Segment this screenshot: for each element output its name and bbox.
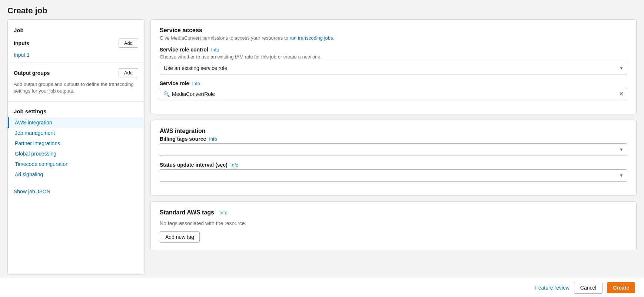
standard-aws-tags-info-link[interactable]: Info	[219, 210, 228, 216]
standard-aws-tags-label: Standard AWS tags Info	[160, 209, 627, 216]
service-role-info-link[interactable]: Info	[192, 81, 200, 86]
sidebar-job-section: Job	[8, 26, 144, 36]
sidebar-input1-link[interactable]: Input 1	[8, 50, 144, 60]
service-role-control-sublabel: Choose whether to use an existing IAM ro…	[160, 54, 627, 60]
sidebar-output-groups-label: Output groups	[14, 70, 50, 76]
feature-review-link[interactable]: Feature review	[535, 285, 570, 291]
status-update-interval-label: Status update interval (sec) Info	[160, 162, 627, 168]
service-role-label: Service role Info	[160, 80, 627, 86]
add-new-tag-button[interactable]: Add new tag	[160, 231, 200, 243]
no-tags-text: No tags associated with the resource.	[160, 220, 627, 226]
sidebar-divider-2	[8, 101, 144, 101]
service-access-description: Give MediaConvert permissions to access …	[160, 35, 627, 41]
aws-integration-card: AWS integration Billing tags source Info…	[150, 120, 637, 196]
sidebar-item-aws-integration[interactable]: AWS integration	[8, 117, 144, 128]
sidebar-item-partner-integrations[interactable]: Partner integrations	[8, 138, 144, 148]
service-role-input-wrapper: 🔍 ✕	[160, 88, 627, 100]
status-update-interval-group: Status update interval (sec) Info 10 12 …	[160, 162, 627, 182]
footer: Feature review Cancel Create	[0, 278, 644, 297]
billing-tags-source-info-link[interactable]: Info	[209, 136, 217, 142]
sidebar-inputs-row: Inputs Add	[8, 36, 144, 50]
create-button[interactable]: Create	[607, 282, 635, 293]
add-input-button[interactable]: Add	[119, 39, 138, 48]
billing-tags-source-select[interactable]: JOB PRESET QUEUE JOB_TEMPLATE	[160, 143, 627, 156]
page-title: Create job	[0, 0, 644, 19]
sidebar-job-settings-title: Job settings	[8, 104, 144, 117]
service-role-control-group: Service role control Info Choose whether…	[160, 47, 627, 74]
sidebar-item-ad-signaling[interactable]: Ad signaling	[8, 169, 144, 180]
service-role-control-select[interactable]: Use an existing service roleCreate a new…	[160, 62, 627, 74]
status-update-interval-select[interactable]: 10 12 15 20 30 60 120	[160, 169, 627, 182]
sidebar-item-global-processing[interactable]: Global processing	[8, 148, 144, 159]
sidebar-inputs-label: Inputs	[14, 40, 29, 46]
sidebar-item-timecode-configuration[interactable]: Timecode configuration	[8, 159, 144, 169]
service-role-control-label: Service role control Info	[160, 47, 627, 53]
service-role-clear-button[interactable]: ✕	[619, 91, 624, 97]
sidebar-item-job-management[interactable]: Job management	[8, 128, 144, 138]
sidebar-divider-1	[8, 63, 144, 63]
transcoding-jobs-link[interactable]: run transcoding jobs	[289, 35, 333, 41]
add-output-group-button[interactable]: Add	[119, 68, 138, 77]
standard-aws-tags-card: Standard AWS tags Info No tags associate…	[150, 201, 637, 250]
cancel-button[interactable]: Cancel	[574, 282, 603, 294]
service-role-input[interactable]	[160, 88, 627, 100]
show-job-json-link[interactable]: Show job JSON	[8, 186, 144, 197]
service-role-group: Service role Info 🔍 ✕	[160, 80, 627, 100]
main-content: Service access Give MediaConvert permiss…	[150, 19, 637, 275]
billing-tags-source-label: Billing tags source Info	[160, 136, 627, 142]
status-update-interval-select-wrapper: 10 12 15 20 30 60 120 ▼	[160, 169, 627, 182]
sidebar-output-groups-row: Output groups Add	[8, 66, 144, 80]
billing-tags-source-group: Billing tags source Info JOB PRESET QUEU…	[160, 136, 627, 156]
service-access-title: Service access	[160, 27, 627, 34]
service-role-control-select-wrapper: Use an existing service roleCreate a new…	[160, 62, 627, 74]
aws-integration-title: AWS integration	[160, 128, 627, 134]
status-update-interval-info-link[interactable]: Info	[230, 162, 239, 168]
service-access-card: Service access Give MediaConvert permiss…	[150, 19, 637, 114]
service-role-control-info-link[interactable]: Info	[211, 47, 219, 53]
billing-tags-source-select-wrapper: JOB PRESET QUEUE JOB_TEMPLATE ▼	[160, 143, 627, 156]
sidebar-output-groups-helper: Add output groups and outputs to define …	[8, 80, 144, 98]
sidebar: Job Inputs Add Input 1 Output groups Add…	[7, 19, 145, 275]
